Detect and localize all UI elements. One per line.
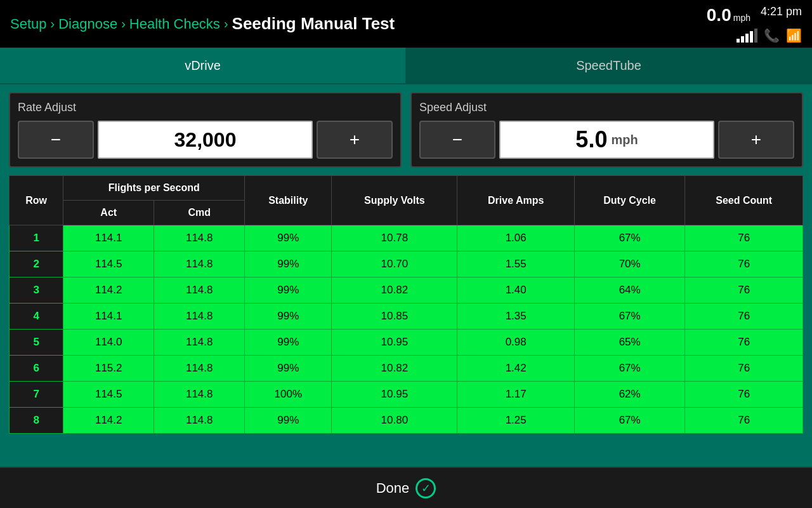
cell-cmd-0: 114.8 — [154, 225, 245, 251]
table-row: 2 114.5 114.8 99% 10.70 1.55 70% 76 — [10, 251, 803, 277]
speed-unit: mph — [733, 13, 750, 23]
cell-cmd-7: 114.8 — [154, 408, 245, 434]
speed-minus-icon: − — [452, 130, 462, 150]
cell-stability-3: 99% — [245, 304, 332, 330]
table-row: 4 114.1 114.8 99% 10.85 1.35 67% 76 — [10, 304, 803, 330]
cell-cmd-1: 114.8 — [154, 251, 245, 277]
controls-area: Rate Adjust − 32,000 + Speed Adjust − 5.… — [0, 84, 812, 175]
rate-adjust-row: − 32,000 + — [18, 121, 393, 159]
breadcrumb-current: Seeding Manual Test — [232, 14, 395, 34]
cell-act-6: 114.5 — [63, 382, 154, 408]
cell-duty-3: 67% — [574, 304, 684, 330]
cell-amps-4: 0.98 — [457, 330, 575, 356]
cell-stability-2: 99% — [245, 277, 332, 304]
cell-count-6: 76 — [685, 382, 803, 408]
cell-volts-5: 10.82 — [332, 356, 457, 382]
cell-stability-0: 99% — [245, 225, 332, 251]
cell-stability-1: 99% — [245, 251, 332, 277]
speed-number: 5.0 — [575, 126, 607, 153]
speed-decrease-button[interactable]: − — [419, 121, 495, 159]
header: Setup › Diagnose › Health Checks › Seedi… — [0, 0, 812, 48]
cell-act-7: 114.2 — [63, 408, 154, 434]
cell-stability-4: 99% — [245, 330, 332, 356]
breadcrumb: Setup › Diagnose › Health Checks › Seedi… — [10, 14, 395, 34]
data-table: Row Flights per Second Stability Supply … — [9, 175, 803, 434]
minus-icon: − — [51, 130, 61, 150]
cell-row-0: 1 — [10, 225, 63, 251]
cell-duty-6: 62% — [574, 382, 684, 408]
cell-volts-6: 10.95 — [332, 382, 457, 408]
cell-volts-1: 10.70 — [332, 251, 457, 277]
cell-cmd-6: 114.8 — [154, 382, 245, 408]
wifi-icon: 📶 — [786, 28, 802, 43]
col-duty-cycle: Duty Cycle — [574, 176, 684, 225]
footer[interactable]: Done ✓ — [0, 467, 812, 508]
cell-count-1: 76 — [685, 251, 803, 277]
breadcrumb-sep-2: › — [121, 17, 126, 31]
bar-4 — [750, 31, 753, 43]
bar-3 — [745, 34, 749, 43]
cell-act-2: 114.2 — [63, 277, 154, 304]
cell-act-5: 115.2 — [63, 356, 154, 382]
cell-amps-7: 1.25 — [457, 408, 575, 434]
cell-count-3: 76 — [685, 304, 803, 330]
cell-stability-5: 99% — [245, 356, 332, 382]
speed-value: 0.0 — [707, 5, 731, 25]
tab-speedtube[interactable]: SpeedTube — [406, 48, 812, 83]
bar-1 — [737, 39, 740, 43]
cell-duty-2: 64% — [574, 277, 684, 304]
cell-row-6: 7 — [10, 382, 63, 408]
cell-volts-3: 10.85 — [332, 304, 457, 330]
cell-amps-2: 1.40 — [457, 277, 575, 304]
cell-count-5: 76 — [685, 356, 803, 382]
cell-row-4: 5 — [10, 330, 63, 356]
rate-decrease-button[interactable]: − — [18, 121, 94, 159]
col-drive-amps: Drive Amps — [457, 176, 575, 225]
cell-duty-1: 70% — [574, 251, 684, 277]
rate-value: 32,000 — [98, 121, 313, 159]
cell-amps-6: 1.17 — [457, 382, 575, 408]
speed-unit-label: mph — [611, 133, 638, 147]
cell-volts-2: 10.82 — [332, 277, 457, 304]
cell-volts-0: 10.78 — [332, 225, 457, 251]
table-body: 1 114.1 114.8 99% 10.78 1.06 67% 76 2 11… — [10, 225, 803, 434]
col-supply-volts: Supply Volts — [332, 176, 457, 225]
plus-icon: + — [350, 130, 360, 150]
breadcrumb-sep-1: › — [51, 17, 55, 31]
main-content: vDrive SpeedTube Rate Adjust − 32,000 + … — [0, 48, 812, 508]
cell-volts-4: 10.95 — [332, 330, 457, 356]
col-row: Row — [10, 176, 63, 225]
cell-act-4: 114.0 — [63, 330, 154, 356]
header-status: 0.0 mph 4:21 pm 📞 📶 — [707, 0, 802, 48]
rate-increase-button[interactable]: + — [317, 121, 393, 159]
cell-stability-7: 99% — [245, 408, 332, 434]
bar-5 — [754, 29, 757, 43]
rate-adjust-box: Rate Adjust − 32,000 + — [9, 92, 402, 168]
cell-volts-7: 10.80 — [332, 408, 457, 434]
done-check-icon: ✓ — [416, 478, 436, 498]
col-fps-group: Flights per Second — [63, 176, 245, 201]
table-row: 1 114.1 114.8 99% 10.78 1.06 67% 76 — [10, 225, 803, 251]
cell-row-2: 3 — [10, 277, 63, 304]
cell-count-7: 76 — [685, 408, 803, 434]
cell-row-5: 6 — [10, 356, 63, 382]
breadcrumb-diagnose[interactable]: Diagnose — [58, 16, 117, 32]
cell-amps-0: 1.06 — [457, 225, 575, 251]
cell-cmd-4: 114.8 — [154, 330, 245, 356]
cell-cmd-2: 114.8 — [154, 277, 245, 304]
breadcrumb-sep-3: › — [224, 17, 228, 31]
cell-act-0: 114.1 — [63, 225, 154, 251]
breadcrumb-setup[interactable]: Setup — [10, 16, 47, 32]
speed-increase-button[interactable]: + — [718, 121, 794, 159]
cell-stability-6: 100% — [245, 382, 332, 408]
cell-amps-3: 1.35 — [457, 304, 575, 330]
table-row: 8 114.2 114.8 99% 10.80 1.25 67% 76 — [10, 408, 803, 434]
table-row: 6 115.2 114.8 99% 10.82 1.42 67% 76 — [10, 356, 803, 382]
cell-amps-5: 1.42 — [457, 356, 575, 382]
cell-amps-1: 1.55 — [457, 251, 575, 277]
cell-cmd-5: 114.8 — [154, 356, 245, 382]
cell-count-4: 76 — [685, 330, 803, 356]
col-fps-act: Act — [63, 201, 154, 225]
breadcrumb-health-checks[interactable]: Health Checks — [129, 16, 220, 32]
tab-vdrive[interactable]: vDrive — [0, 48, 406, 83]
